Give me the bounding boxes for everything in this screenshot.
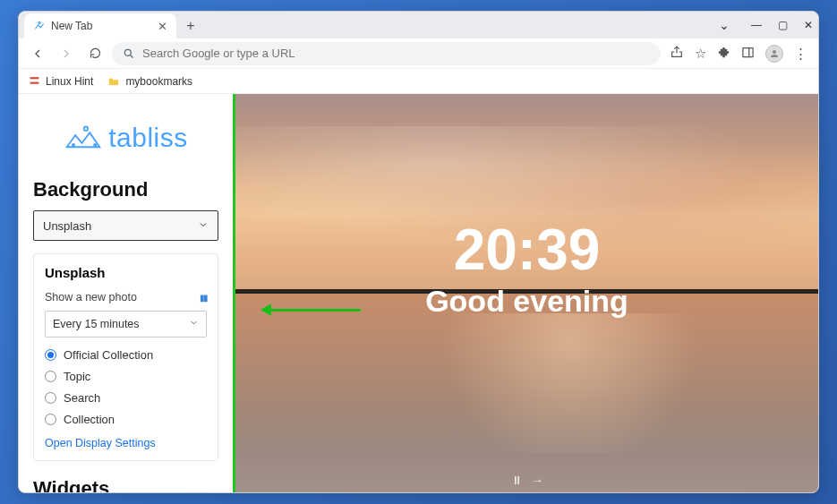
- tabliss-logo: tabliss: [33, 123, 218, 153]
- share-button[interactable]: [670, 45, 684, 62]
- next-photo-button[interactable]: →: [532, 474, 543, 487]
- toolbar-right: ☆ ⋮: [666, 45, 811, 63]
- svg-point-8: [73, 144, 74, 146]
- pause-photo-button[interactable]: ▮▮: [200, 293, 207, 303]
- back-button[interactable]: [26, 42, 49, 65]
- bookmark-star-button[interactable]: ☆: [695, 46, 706, 62]
- sidepanel-button[interactable]: [741, 46, 755, 62]
- svg-rect-6: [30, 82, 38, 84]
- svg-point-4: [773, 50, 776, 54]
- logo-text: tabliss: [108, 123, 188, 153]
- profile-avatar-button[interactable]: [765, 45, 783, 63]
- window-minimize-button[interactable]: —: [751, 19, 762, 31]
- widgets-heading: Widgets: [33, 477, 218, 492]
- radio-label: Collection: [64, 413, 115, 426]
- radio-search[interactable]: Search: [45, 391, 207, 405]
- browser-window: New Tab ✕ + ⌄ — ▢ ✕ ☆: [18, 11, 819, 493]
- titlebar: New Tab ✕ + ⌄ — ▢ ✕: [19, 12, 818, 38]
- tab-title: New Tab: [51, 20, 92, 32]
- search-icon: [123, 47, 135, 60]
- radio-collection[interactable]: Collection: [45, 413, 207, 426]
- bookmark-linux-hint[interactable]: Linux Hint: [28, 75, 93, 88]
- photo-frequency-select[interactable]: Every 15 minutes: [45, 311, 207, 337]
- unsplash-settings-card: Unsplash Show a new photo ▮▮ Every 15 mi…: [33, 253, 218, 461]
- show-new-photo-label: Show a new photo: [45, 291, 137, 303]
- browser-tab[interactable]: New Tab ✕: [24, 13, 176, 38]
- select-value: Every 15 minutes: [53, 318, 140, 330]
- folder-icon: [107, 75, 120, 88]
- omnibox[interactable]: [112, 42, 661, 65]
- window-controls: ⌄ — ▢ ✕: [719, 12, 813, 38]
- clock-time: 20:39: [425, 220, 628, 278]
- tab-close-button[interactable]: ✕: [158, 20, 167, 33]
- chevron-down-icon: [198, 219, 209, 233]
- bookmark-mybookmarks[interactable]: mybookmarks: [107, 75, 192, 88]
- greeting-text: Good evening: [425, 283, 628, 318]
- radio-topic[interactable]: Topic: [45, 370, 207, 383]
- svg-rect-2: [743, 47, 753, 56]
- bookmark-label: mybookmarks: [125, 75, 192, 88]
- radio-official-collection[interactable]: Official Collection: [45, 348, 207, 362]
- bookmark-favicon-icon: [28, 75, 40, 88]
- toolbar: ☆ ⋮: [19, 38, 818, 69]
- svg-point-1: [124, 49, 131, 56]
- background-heading: Background: [33, 178, 218, 201]
- reload-button[interactable]: [83, 42, 107, 65]
- svg-point-9: [94, 144, 96, 146]
- page-content: tabliss Background Unsplash Unsplash Sho…: [19, 94, 818, 492]
- bookmarks-bar: Linux Hint mybookmarks: [19, 69, 818, 94]
- extensions-button[interactable]: [717, 46, 730, 62]
- radio-icon: [45, 371, 56, 382]
- svg-rect-5: [30, 77, 38, 79]
- card-title: Unsplash: [45, 265, 207, 280]
- radio-label: Official Collection: [64, 348, 153, 362]
- tab-favicon-icon: [33, 20, 46, 32]
- radio-icon: [45, 414, 56, 425]
- annotation-arrow: [262, 309, 361, 312]
- preview-footer: ⏸ →: [511, 474, 543, 487]
- radio-label: Search: [64, 391, 100, 405]
- radio-label: Topic: [64, 370, 90, 383]
- settings-sidebar: tabliss Background Unsplash Unsplash Sho…: [19, 94, 235, 492]
- clock-widget: 20:39 Good evening: [425, 220, 628, 318]
- omnibox-input[interactable]: [142, 47, 650, 60]
- background-preview: 20:39 Good evening ⏸ →: [235, 94, 818, 492]
- browser-menu-button[interactable]: ⋮: [794, 46, 807, 62]
- open-display-settings-link[interactable]: Open Display Settings: [45, 437, 207, 449]
- radio-icon: [45, 392, 56, 404]
- svg-point-7: [84, 127, 88, 131]
- chevron-down-icon: [189, 318, 199, 330]
- bookmark-label: Linux Hint: [46, 75, 93, 88]
- window-maximize-button[interactable]: ▢: [778, 19, 788, 31]
- new-tab-button[interactable]: +: [180, 15, 201, 37]
- select-value: Unsplash: [43, 219, 91, 233]
- tabs-dropdown-button[interactable]: ⌄: [719, 18, 730, 32]
- logo-icon: [64, 123, 103, 153]
- window-close-button[interactable]: ✕: [804, 19, 813, 31]
- radio-icon: [45, 349, 56, 361]
- background-provider-select[interactable]: Unsplash: [33, 210, 218, 241]
- pause-button[interactable]: ⏸: [511, 474, 523, 487]
- forward-button[interactable]: [55, 42, 78, 65]
- svg-point-0: [38, 21, 40, 23]
